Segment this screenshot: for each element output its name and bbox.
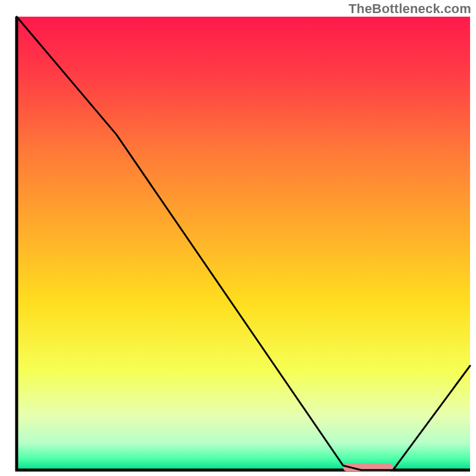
plot-background bbox=[17, 17, 470, 470]
chart-stage: TheBottleneck.com bbox=[0, 0, 476, 476]
bottleneck-chart bbox=[0, 0, 476, 476]
